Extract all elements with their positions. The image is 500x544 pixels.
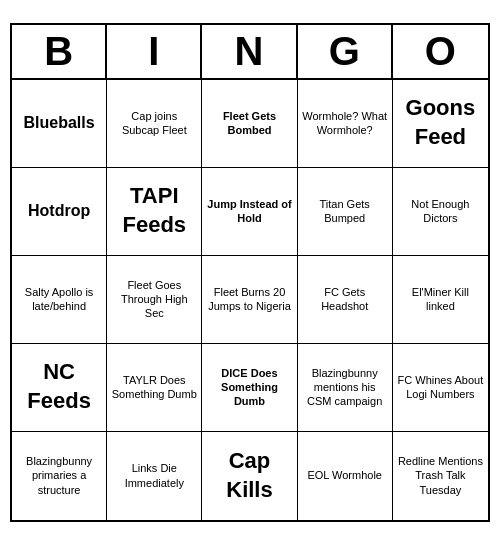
bingo-cell-16: TAYLR Does Something Dumb: [107, 344, 202, 432]
bingo-cell-24: Redline Mentions Trash Talk Tuesday: [393, 432, 488, 520]
bingo-cell-14: El'Miner Kill linked: [393, 256, 488, 344]
bingo-cell-23: EOL Wormhole: [298, 432, 393, 520]
bingo-cell-4: Goons Feed: [393, 80, 488, 168]
bingo-cell-17: DICE Does Something Dumb: [202, 344, 297, 432]
header-letter-g: G: [298, 25, 393, 78]
header-letter-n: N: [202, 25, 297, 78]
bingo-cell-7: Jump Instead of Hold: [202, 168, 297, 256]
bingo-cell-5: Hotdrop: [12, 168, 107, 256]
bingo-cell-11: Fleet Goes Through High Sec: [107, 256, 202, 344]
bingo-card: BINGO BlueballsCap joins Subcap FleetFle…: [10, 23, 490, 522]
header-letter-b: B: [12, 25, 107, 78]
bingo-cell-18: Blazingbunny mentions his CSM campaign: [298, 344, 393, 432]
bingo-cell-20: Blazingbunny primaries a structure: [12, 432, 107, 520]
bingo-cell-1: Cap joins Subcap Fleet: [107, 80, 202, 168]
bingo-cell-8: Titan Gets Bumped: [298, 168, 393, 256]
bingo-cell-0: Blueballs: [12, 80, 107, 168]
bingo-grid: BlueballsCap joins Subcap FleetFleet Get…: [12, 80, 488, 520]
bingo-cell-13: FC Gets Headshot: [298, 256, 393, 344]
bingo-cell-22: Cap Kills: [202, 432, 297, 520]
bingo-cell-2: Fleet Gets Bombed: [202, 80, 297, 168]
bingo-cell-3: Wormhole? What Wormhole?: [298, 80, 393, 168]
bingo-cell-9: Not Enough Dictors: [393, 168, 488, 256]
bingo-cell-15: NC Feeds: [12, 344, 107, 432]
bingo-cell-12: Fleet Burns 20 Jumps to Nigeria: [202, 256, 297, 344]
bingo-header: BINGO: [12, 25, 488, 80]
bingo-cell-6: TAPI Feeds: [107, 168, 202, 256]
bingo-cell-10: Salty Apollo is late/behind: [12, 256, 107, 344]
header-letter-i: I: [107, 25, 202, 78]
bingo-cell-19: FC Whines About Logi Numbers: [393, 344, 488, 432]
bingo-cell-21: Links Die Immediately: [107, 432, 202, 520]
header-letter-o: O: [393, 25, 488, 78]
